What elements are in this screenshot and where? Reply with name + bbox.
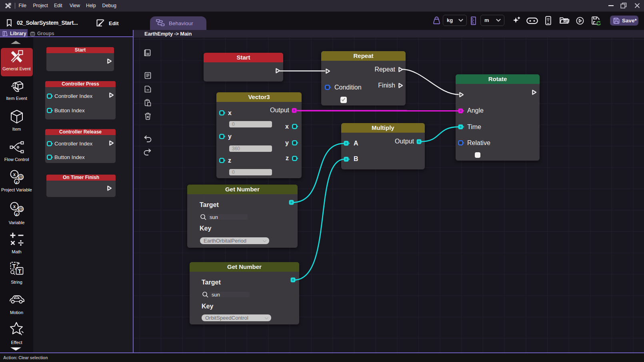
svg-text:x: x xyxy=(13,203,16,209)
svg-text:T: T xyxy=(18,268,22,274)
svg-text:@: @ xyxy=(19,175,23,179)
svg-text:x: x xyxy=(13,171,16,177)
svg-text:y: y xyxy=(15,211,18,216)
svg-text:@: @ xyxy=(19,207,23,211)
svg-text:T: T xyxy=(12,263,16,269)
svg-text:y: y xyxy=(15,179,18,184)
